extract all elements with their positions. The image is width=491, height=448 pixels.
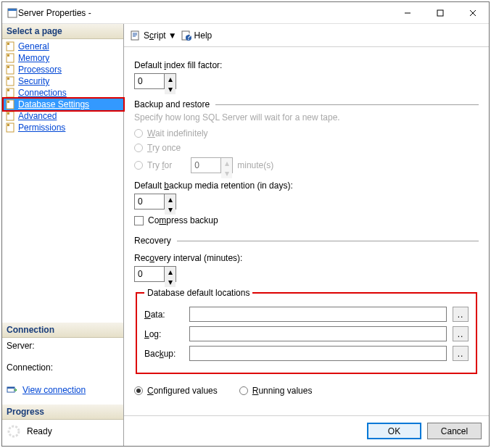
default-locations-title: Database default locations [144, 288, 252, 298]
spin-down-button[interactable]: ▾ [165, 277, 176, 287]
page-icon [5, 52, 17, 64]
recovery-title: Recovery [134, 236, 171, 246]
sidebar-item-permissions[interactable]: Permissions [4, 122, 123, 133]
compress-backup-checkbox[interactable]: Compress backup [134, 215, 479, 225]
svg-rect-11 [7, 66, 9, 68]
toolbar: Script ▼ ? Help [124, 24, 489, 47]
page-icon [5, 87, 17, 99]
svg-rect-19 [7, 112, 9, 115]
recovery-interval-label: Recovery interval (minutes): [134, 253, 479, 263]
running-values-radio[interactable]: Running values [239, 386, 313, 396]
sidebar-item-connections[interactable]: Connections [4, 87, 123, 99]
try-once-label: Try once [147, 143, 181, 153]
running-values-label: Running values [252, 386, 313, 396]
backup-label: Backup: [144, 349, 183, 359]
window-icon [7, 7, 18, 19]
svg-rect-9 [7, 54, 9, 57]
sidebar-item-advanced[interactable]: Advanced [4, 110, 123, 122]
backup-browse-button[interactable]: .. [453, 346, 469, 361]
spin-down-button[interactable]: ▾ [165, 204, 176, 215]
view-connection-link[interactable]: View connection [22, 385, 86, 395]
maximize-button[interactable] [424, 2, 456, 23]
sidebar-item-label: Memory [18, 53, 49, 63]
help-button[interactable]: ? Help [181, 30, 213, 41]
retention-input[interactable] [135, 194, 164, 209]
page-icon [5, 41, 17, 52]
compress-backup-label: Compress backup [148, 215, 218, 225]
svg-rect-21 [7, 124, 9, 126]
select-page-header: Select a page [2, 24, 123, 39]
configured-values-label: Configured values [147, 386, 218, 396]
server-properties-window: Server Properties - Select a page Genera… [1, 1, 490, 447]
progress-status: Ready [27, 426, 52, 436]
spin-up-button[interactable]: ▴ [165, 74, 176, 84]
ok-button[interactable]: OK [367, 423, 421, 439]
connection-header: Connection [2, 323, 123, 338]
data-label: Data: [144, 310, 183, 320]
sidebar-item-security[interactable]: Security [4, 75, 123, 87]
spin-down-button[interactable]: ▾ [165, 84, 176, 94]
spin-up-button[interactable]: ▴ [165, 194, 176, 204]
dialog-footer: OK Cancel [124, 415, 489, 446]
connection-label: Connection: [7, 362, 119, 373]
sidebar-item-processors[interactable]: Processors [4, 64, 123, 75]
cancel-button[interactable]: Cancel [427, 423, 482, 439]
svg-point-24 [9, 426, 19, 436]
dropdown-arrow-icon: ▼ [168, 30, 177, 41]
data-browse-button[interactable]: .. [453, 307, 469, 322]
main-panel: Script ▼ ? Help Default index fill facto… [124, 24, 489, 446]
help-label: Help [194, 30, 213, 41]
log-label: Log: [144, 329, 183, 339]
svg-rect-17 [7, 101, 9, 103]
log-browse-button[interactable]: .. [453, 326, 469, 341]
svg-rect-23 [7, 387, 15, 389]
script-label: Script [144, 30, 166, 41]
sidebar-item-database-settings[interactable]: Database Settings [4, 99, 123, 110]
server-label: Server: [7, 341, 119, 351]
sidebar-item-label: Connections [18, 88, 67, 98]
data-path-input[interactable] [189, 307, 447, 322]
minimize-button[interactable] [391, 2, 424, 23]
sidebar-item-label: Processors [18, 65, 62, 75]
backup-restore-title: Backup and restore [134, 99, 210, 109]
page-icon [5, 64, 17, 75]
spin-up-button[interactable]: ▴ [165, 267, 176, 277]
svg-rect-1 [8, 9, 17, 11]
try-for-unit: minute(s) [237, 160, 273, 170]
close-button[interactable] [456, 2, 489, 23]
sidebar-item-general[interactable]: General [4, 41, 123, 52]
try-once-radio: Try once [134, 143, 479, 153]
svg-rect-13 [7, 78, 9, 80]
fill-factor-input[interactable] [135, 74, 164, 88]
script-icon [130, 30, 141, 41]
log-path-input[interactable] [189, 326, 447, 341]
configured-values-radio[interactable]: Configured values [134, 386, 218, 396]
wait-indefinitely-radio: Wait indefinitely [134, 128, 479, 138]
page-icon [5, 99, 17, 110]
sidebar-item-memory[interactable]: Memory [4, 52, 123, 64]
page-icon [5, 110, 17, 122]
try-for-input [191, 158, 220, 173]
window-title: Server Properties - [18, 8, 391, 18]
svg-rect-15 [7, 89, 9, 91]
wait-indefinitely-label: Wait indefinitely [147, 128, 208, 138]
sidebar-item-label: General [18, 41, 49, 51]
recovery-interval-spinner[interactable]: ▴▾ [134, 266, 176, 282]
progress-header: Progress [2, 405, 123, 420]
backup-path-input[interactable] [189, 346, 447, 361]
fill-factor-label: Default index fill factor: [134, 60, 479, 70]
fill-factor-spinner[interactable]: ▴▾ [134, 73, 176, 89]
sidebar-item-label: Advanced [18, 111, 57, 121]
connection-icon [7, 384, 18, 396]
try-for-label: Try for [147, 160, 172, 170]
script-button[interactable]: Script ▼ [130, 30, 177, 41]
progress-spinner-icon [7, 424, 21, 439]
backup-hint: Specify how long SQL Server will wait fo… [134, 112, 479, 123]
default-locations-fieldset: Database default locations Data: .. Log:… [136, 288, 477, 374]
retention-spinner[interactable]: ▴▾ [134, 194, 176, 210]
svg-text:?: ? [186, 32, 191, 41]
recovery-interval-input[interactable] [135, 267, 164, 281]
try-for-radio: Try for ▴▾ minute(s) [134, 157, 479, 173]
titlebar: Server Properties - [2, 2, 489, 24]
sidebar-item-label: Permissions [18, 123, 65, 133]
